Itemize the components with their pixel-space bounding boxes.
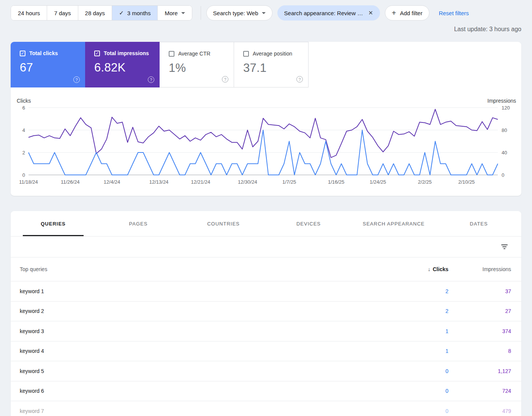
plus-icon: + [392,9,396,17]
filter-rows-icon[interactable] [499,242,510,251]
metric-card-total-clicks[interactable]: ✓Total clicks67? [11,42,85,87]
checkbox-checked-icon[interactable]: ✓ [94,51,100,56]
impressions-cell: 27 [448,308,511,314]
clicks-cell: 2 [403,308,448,314]
left-axis-tick: 2 [22,150,25,156]
metric-label: Total clicks [29,50,58,56]
x-axis-tick: 2/2/25 [418,179,432,185]
checkbox-checked-icon[interactable]: ✓ [20,51,25,56]
clicks-cell: 0 [403,408,448,414]
clicks-cell: 2 [403,288,448,294]
clicks-cell: 0 [403,388,448,394]
date-range-28-days[interactable]: 28 days [78,6,112,20]
table-row[interactable]: keyword 2227 [11,302,521,322]
table-header-row: Top queries ↓Clicks Impressions [11,257,521,281]
help-icon[interactable]: ? [73,76,80,83]
table-row[interactable]: keyword 501,127 [11,361,521,381]
search-appearance-chip-label: Search appearance: Review … [284,10,363,16]
tab-pages[interactable]: PAGES [96,211,181,236]
impressions-cell: 724 [448,388,511,394]
left-axis-tick: 6 [22,105,25,111]
right-axis-tick: 80 [502,127,507,133]
right-axis-tick: 120 [502,105,510,111]
chevron-down-icon [262,12,266,14]
checkbox-unchecked-icon[interactable] [169,51,174,57]
column-header-clicks[interactable]: ↓Clicks [403,266,448,272]
query-cell[interactable]: keyword 4 [20,348,403,354]
metric-label: Total impressions [104,50,149,56]
help-icon[interactable]: ? [148,76,154,83]
metric-value: 6.82K [94,61,160,75]
column-header-impressions[interactable]: Impressions [448,266,511,272]
metric-label-row: ✓Total impressions [94,50,160,56]
impressions-cell: 1,127 [448,368,511,374]
date-range-label: 7 days [54,10,71,16]
query-cell[interactable]: keyword 6 [20,388,403,394]
date-range-7-days[interactable]: 7 days [47,6,78,20]
help-icon[interactable]: ? [296,76,303,83]
table-row[interactable]: keyword 1237 [11,281,521,302]
filter-toolbar: 24 hours7 days28 days✓3 monthsMore Searc… [11,5,521,21]
x-axis-tick: 12/21/24 [191,179,211,185]
date-range-3-months[interactable]: ✓3 months [112,6,158,20]
tab-countries[interactable]: COUNTRIES [181,211,266,236]
last-update-text: Last update: 3 hours ago [454,26,521,33]
date-range-24-hours[interactable]: 24 hours [11,6,47,20]
x-axis-tick: 1/24/25 [370,179,386,185]
chevron-down-icon [181,12,185,14]
close-icon[interactable]: ✕ [368,10,373,16]
metric-card-average-position[interactable]: Average position37.1? [234,42,309,87]
query-cell[interactable]: keyword 7 [20,408,403,414]
x-axis-tick: 2/10/25 [458,179,475,185]
table-body: keyword 1237keyword 2227keyword 31374key… [11,281,521,416]
table-toolbar [11,237,521,257]
table-row[interactable]: keyword 418 [11,341,521,362]
dimension-tabs: QUERIESPAGESCOUNTRIESDEVICESSEARCH APPEA… [11,211,521,237]
dimensions-table-panel: QUERIESPAGESCOUNTRIESDEVICESSEARCH APPEA… [11,211,521,416]
clicks-cell: 1 [403,348,448,354]
date-range-label: 3 months [127,10,151,16]
metric-card-total-impressions[interactable]: ✓Total impressions6.82K? [85,42,160,87]
performance-line-chart: ClicksImpressions02460408012011/18/2411/… [11,87,521,196]
left-axis-tick: 4 [22,127,25,133]
x-axis-tick: 1/7/25 [282,179,296,185]
tab-search-appearance[interactable]: SEARCH APPEARANCE [351,211,436,236]
x-axis-tick: 12/4/24 [104,179,120,185]
search-console-performance-page: { "topbar": { "date_ranges": [ {"label":… [0,0,532,416]
sort-desc-icon: ↓ [428,266,431,272]
column-header-top-queries[interactable]: Top queries [20,266,403,272]
right-axis-title: Impressions [488,98,516,104]
table-row[interactable]: keyword 31374 [11,321,521,341]
search-type-chip[interactable]: Search type: Web [206,5,272,21]
metric-value: 67 [20,61,85,75]
add-filter-button[interactable]: + Add filter [385,5,429,21]
left-axis-title: Clicks [17,98,31,104]
table-row[interactable]: keyword 70479 [11,401,521,416]
right-axis-tick: 0 [502,172,504,178]
tab-devices[interactable]: DEVICES [266,211,351,236]
tab-dates[interactable]: DATES [436,211,521,236]
impressions-cell: 8 [448,348,511,354]
table-row[interactable]: keyword 60724 [11,381,521,402]
search-appearance-filter-chip[interactable]: Search appearance: Review … ✕ [277,5,380,21]
metric-card-average-ctr[interactable]: Average CTR1%? [160,42,234,87]
help-icon[interactable]: ? [222,76,228,83]
add-filter-label: Add filter [400,10,422,16]
metric-label-row: Average CTR [169,51,234,57]
date-range-more[interactable]: More [158,6,192,20]
date-range-picker: 24 hours7 days28 days✓3 monthsMore [11,5,192,21]
x-axis-tick: 1/16/25 [328,179,344,185]
tab-queries[interactable]: QUERIES [11,211,96,236]
query-cell[interactable]: keyword 1 [20,288,403,294]
date-range-label: More [165,10,177,16]
clicks-cell: 1 [403,328,448,334]
checkbox-unchecked-icon[interactable] [243,51,249,57]
reset-filters-button[interactable]: Reset filters [439,10,469,16]
query-cell[interactable]: keyword 3 [20,328,403,334]
impressions-cell: 37 [448,288,511,294]
query-cell[interactable]: keyword 5 [20,368,403,374]
query-cell[interactable]: keyword 2 [20,308,403,314]
toolbar-divider [201,6,201,20]
impressions-cell: 374 [448,328,511,334]
date-range-label: 24 hours [18,10,40,16]
